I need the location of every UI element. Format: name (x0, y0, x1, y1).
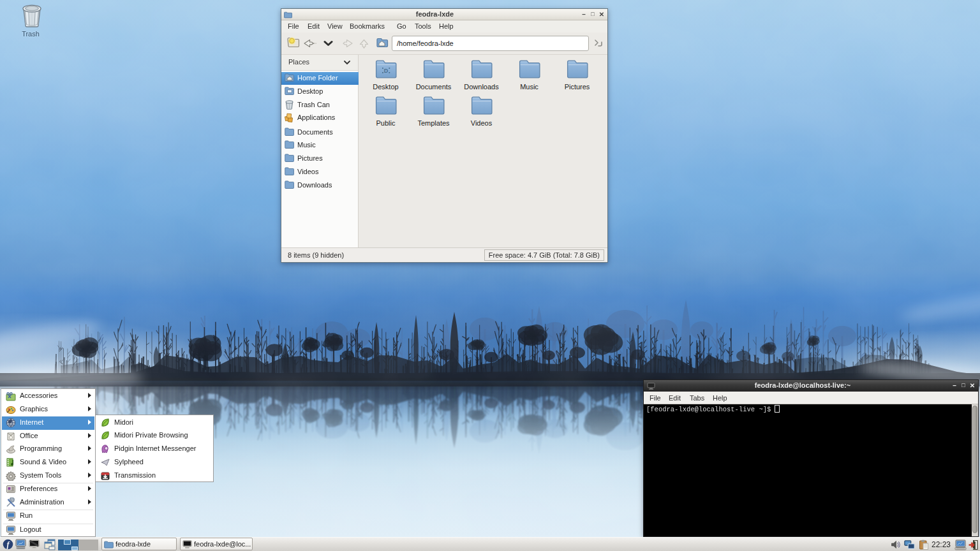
svg-text:D: D (383, 68, 388, 74)
